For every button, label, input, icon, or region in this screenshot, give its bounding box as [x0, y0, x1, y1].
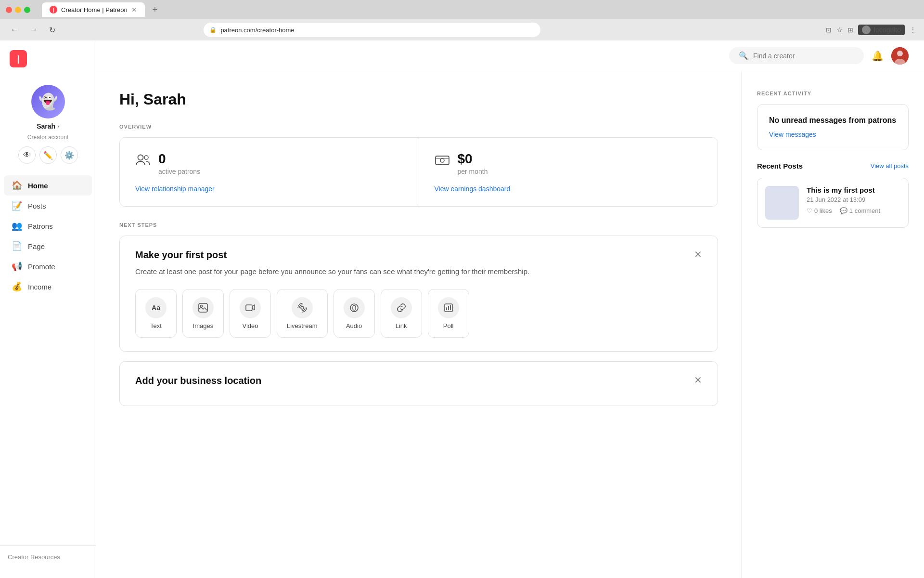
app: | 👻 Sarah › Creator account 👁 ✏️ ⚙️: [0, 40, 924, 578]
sidebar-item-income-label: Income: [28, 283, 51, 291]
overview-section: OVERVIEW: [119, 124, 718, 207]
profile-name[interactable]: Sarah ›: [37, 122, 59, 130]
svg-point-11: [301, 306, 304, 309]
user-avatar-topbar[interactable]: [891, 47, 909, 65]
earnings-subtitle: per month: [458, 168, 488, 175]
svg-point-1: [897, 51, 903, 56]
post-type-video-label: Video: [242, 322, 258, 329]
app-header: 🔍 🔔: [96, 40, 924, 71]
posts-icon: 📝: [12, 200, 22, 211]
recent-posts-title: Recent Posts: [757, 162, 803, 170]
post-type-link-button[interactable]: Link: [381, 289, 422, 338]
sidebar-item-posts[interactable]: 📝 Posts: [4, 196, 92, 216]
patrons-count: 0: [158, 151, 200, 167]
ssl-icon: 🔒: [209, 26, 217, 33]
recent-activity-section: RECENT ACTIVITY No unread messages from …: [757, 91, 909, 150]
sidebar-item-patrons-label: Patrons: [28, 222, 53, 230]
address-bar[interactable]: 🔒 patreon.com/creator-home: [204, 23, 540, 37]
post-type-audio-button[interactable]: Audio: [334, 289, 375, 338]
notification-bell-icon[interactable]: 🔔: [872, 50, 884, 62]
add-biz-card-close-button[interactable]: ✕: [694, 375, 702, 385]
post-type-text-button[interactable]: Aa Text: [135, 289, 177, 338]
minimize-window-button[interactable]: [15, 7, 21, 13]
post-type-video-button[interactable]: Video: [230, 289, 271, 338]
patreon-logo-symbol: |: [17, 54, 19, 64]
post-stats: ♡ 0 likes 💬 1 comment: [807, 207, 900, 214]
sidebar-item-promote[interactable]: 📢 Promote: [4, 256, 92, 276]
make-post-card-close-button[interactable]: ✕: [694, 250, 702, 259]
close-window-button[interactable]: [6, 7, 12, 13]
avatar[interactable]: 👻: [31, 85, 65, 118]
sidebar-item-home-label: Home: [28, 182, 48, 190]
home-icon: 🏠: [12, 180, 22, 191]
income-icon: 💰: [12, 281, 22, 292]
patrons-card: 0 active patrons View relationship manag…: [120, 138, 419, 206]
earnings-card-icon: [435, 153, 450, 170]
sidebar-item-posts-label: Posts: [28, 202, 46, 210]
new-tab-button[interactable]: +: [149, 5, 162, 15]
incognito-badge: Incognito: [858, 25, 905, 35]
post-types-grid: Aa Text: [135, 289, 702, 338]
patreon-logo[interactable]: |: [10, 50, 27, 67]
recent-posts-header: Recent Posts View all posts: [757, 162, 909, 170]
tab-title: Creator Home | Patreon: [61, 6, 128, 13]
post-type-images-button[interactable]: Images: [182, 289, 224, 338]
images-post-icon: [192, 297, 214, 318]
add-biz-card-header: Add your business location ✕: [135, 375, 702, 386]
cast-icon[interactable]: ⊡: [826, 26, 832, 34]
browser-titlebar: Creator Home | Patreon ✕ +: [0, 0, 924, 19]
browser-menu-icon[interactable]: ⋮: [910, 26, 916, 34]
search-icon: 🔍: [739, 51, 748, 60]
sidebar-action-icons: 👁 ✏️ ⚙️: [18, 146, 78, 164]
page-icon: 📄: [12, 241, 22, 251]
post-type-poll-button[interactable]: Poll: [428, 289, 469, 338]
edit-profile-button[interactable]: ✏️: [39, 146, 57, 164]
view-messages-link[interactable]: View messages: [769, 131, 897, 138]
post-title[interactable]: This is my first post: [807, 186, 900, 194]
svg-rect-10: [246, 305, 252, 311]
patrons-card-values: 0 active patrons: [158, 151, 200, 183]
recent-posts-section: Recent Posts View all posts This is my f…: [757, 162, 909, 228]
settings-button[interactable]: ⚙️: [61, 146, 78, 164]
browser-tab[interactable]: Creator Home | Patreon ✕: [42, 2, 145, 17]
extension-icon[interactable]: ⊞: [847, 26, 853, 34]
browser-toolbar: ← → ↻ 🔒 patreon.com/creator-home ⊡ ☆ ⊞ I…: [0, 19, 924, 40]
tab-close-button[interactable]: ✕: [131, 6, 137, 13]
view-page-button[interactable]: 👁: [18, 146, 36, 164]
reload-button[interactable]: ↻: [46, 24, 58, 37]
bookmark-icon[interactable]: ☆: [836, 26, 843, 34]
view-all-posts-link[interactable]: View all posts: [871, 162, 909, 170]
post-type-images-label: Images: [193, 322, 214, 329]
text-post-icon: Aa: [145, 297, 167, 318]
tab-favicon: [50, 6, 57, 13]
view-earnings-dashboard-link[interactable]: View earnings dashboard: [435, 185, 703, 193]
search-input[interactable]: [753, 52, 854, 60]
likes-heart-icon: ♡: [807, 207, 812, 214]
sidebar-footer-creator-resources[interactable]: Creator Resources: [0, 545, 96, 568]
earnings-card-values: $0 per month: [458, 151, 488, 183]
profile-role: Creator account: [27, 134, 68, 141]
post-type-livestream-button[interactable]: Livestream: [277, 289, 328, 338]
forward-button[interactable]: →: [27, 24, 40, 36]
back-button[interactable]: ←: [8, 24, 21, 36]
maximize-window-button[interactable]: [24, 7, 30, 13]
sidebar-item-income[interactable]: 💰 Income: [4, 276, 92, 297]
creator-resources-label: Creator Resources: [8, 553, 60, 561]
search-bar[interactable]: 🔍: [729, 47, 864, 64]
view-relationship-manager-link[interactable]: View relationship manager: [135, 185, 403, 193]
patrons-card-top: 0 active patrons: [135, 151, 403, 183]
patrons-subtitle: active patrons: [158, 168, 200, 175]
topbar-icons: 🔔: [872, 47, 909, 65]
sidebar-item-home[interactable]: 🏠 Home: [4, 175, 92, 196]
add-biz-card-title: Add your business location: [135, 375, 261, 386]
right-panel: RECENT ACTIVITY No unread messages from …: [741, 71, 924, 578]
app-header-right: 🔍 🔔: [729, 47, 909, 65]
patrons-card-icon: [135, 153, 151, 170]
sidebar-item-page[interactable]: 📄 Page: [4, 236, 92, 256]
likes-count: 0 likes: [814, 207, 832, 214]
sidebar-item-patrons[interactable]: 👥 Patrons: [4, 216, 92, 236]
next-steps-section: NEXT STEPS Make your first post ✕ Create…: [119, 222, 718, 406]
post-info: This is my first post 21 Jun 2022 at 13:…: [807, 186, 900, 220]
sidebar-profile: 👻 Sarah › Creator account 👁 ✏️ ⚙️: [0, 75, 96, 175]
svg-point-6: [440, 158, 444, 162]
